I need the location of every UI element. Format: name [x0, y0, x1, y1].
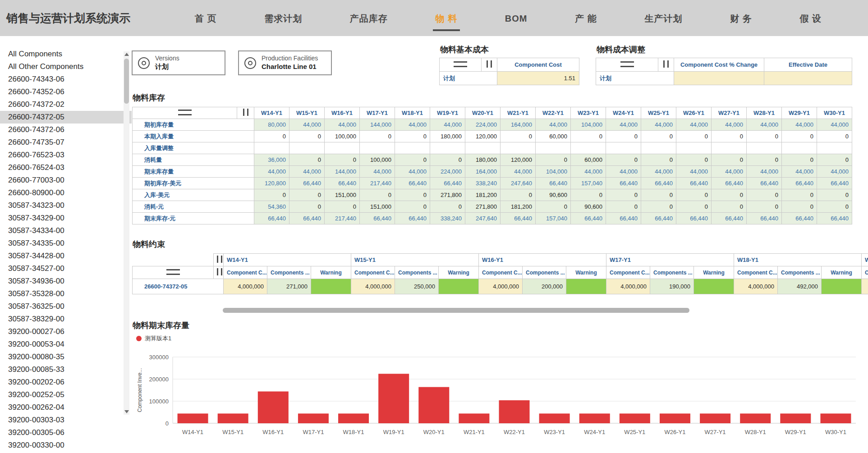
sub-column-header[interactable]: Component C... — [351, 266, 395, 279]
inventory-cell[interactable]: 0 — [536, 154, 571, 166]
sidebar-item[interactable]: 26600-76524-03 — [0, 161, 132, 174]
inventory-cell[interactable]: 44,000 — [289, 166, 325, 178]
inventory-cell[interactable]: 271,800 — [465, 201, 501, 213]
inventory-cell[interactable]: 100,000 — [325, 131, 360, 142]
inventory-cell[interactable] — [536, 142, 571, 154]
sidebar-item[interactable]: 26600-80900-00 — [0, 187, 132, 199]
inventory-cell[interactable]: 181,200 — [501, 201, 536, 213]
inventory-cell[interactable]: 0 — [395, 189, 430, 201]
inventory-cell[interactable]: 0 — [501, 189, 536, 201]
inventory-cell[interactable]: 0 — [747, 154, 782, 166]
inventory-cell[interactable]: 0 — [782, 189, 817, 201]
inventory-cell[interactable]: 0 — [289, 131, 325, 142]
inventory-cell[interactable]: 0 — [606, 131, 641, 142]
sub-column-header[interactable]: Components ... — [395, 266, 439, 279]
inventory-row-label[interactable]: 入库量调整 — [133, 142, 254, 154]
inventory-cell[interactable]: 66,440 — [606, 213, 641, 224]
inventory-cell[interactable]: 66,440 — [782, 178, 817, 189]
components-used-cell[interactable]: 200,000 — [523, 279, 566, 294]
inventory-cell[interactable]: 151,000 — [325, 189, 360, 201]
sidebar-item[interactable]: 30587-34936-00 — [0, 275, 132, 288]
week-column-header[interactable]: W19-Y1 — [430, 107, 465, 119]
week-group-header[interactable]: W16-Y1 — [479, 254, 606, 266]
sidebar-scrollbar[interactable] — [124, 51, 129, 415]
nav-tab-finance[interactable]: 财 务 — [727, 5, 755, 31]
inventory-cell[interactable]: 66,440 — [817, 178, 852, 189]
sidebar-item[interactable]: 30587-36325-00 — [0, 300, 132, 313]
components-used-cell[interactable]: 492,000 — [778, 279, 822, 294]
inventory-cell[interactable]: 0 — [676, 189, 712, 201]
nav-tab-materials[interactable]: 物 料 — [433, 5, 460, 31]
sub-column-header[interactable]: Component C... — [224, 266, 267, 279]
inventory-cell[interactable]: 44,000 — [395, 119, 430, 131]
sidebar-item[interactable]: 26600-74343-06 — [0, 73, 132, 86]
week-column-header[interactable]: W20-Y1 — [465, 107, 501, 119]
inventory-cell[interactable]: 66,440 — [676, 178, 712, 189]
inventory-cell[interactable] — [606, 142, 641, 154]
splitter-icon[interactable] — [658, 58, 674, 72]
inventory-cell[interactable]: 120,800 — [254, 178, 289, 189]
inventory-cell[interactable] — [571, 142, 606, 154]
sidebar-item[interactable]: 39200-00252-05 — [0, 389, 132, 401]
nav-tab-product-inventory[interactable]: 产品库存 — [347, 5, 390, 31]
inventory-cell[interactable]: 66,440 — [289, 178, 325, 189]
sub-column-header[interactable]: Component C... — [862, 266, 868, 279]
inventory-cell[interactable]: 66,440 — [360, 213, 395, 224]
inventory-cell[interactable]: 90,600 — [536, 189, 571, 201]
week-column-header[interactable]: W29-Y1 — [782, 107, 817, 119]
inventory-cell[interactable]: 0 — [536, 201, 571, 213]
scroll-down-icon[interactable] — [124, 410, 129, 413]
inventory-cell[interactable]: 144,000 — [360, 119, 395, 131]
inventory-cell[interactable]: 44,000 — [430, 119, 465, 131]
inventory-cell[interactable]: 0 — [430, 201, 465, 213]
inventory-cell[interactable]: 271,800 — [430, 189, 465, 201]
inventory-cell[interactable]: 66,440 — [712, 213, 747, 224]
inventory-cell[interactable]: 0 — [641, 131, 676, 142]
splitter-icon[interactable] — [214, 266, 224, 279]
splitter-icon[interactable] — [237, 107, 254, 119]
inventory-cell[interactable]: 44,000 — [676, 119, 712, 131]
inventory-cell[interactable]: 44,000 — [360, 166, 395, 178]
row-menu-icon[interactable] — [596, 58, 658, 72]
warning-cell[interactable] — [311, 279, 351, 294]
inventory-cell[interactable]: 0 — [289, 154, 325, 166]
sidebar-item[interactable]: 39200-00303-03 — [0, 414, 132, 426]
sidebar-item[interactable]: 39200-00202-06 — [0, 376, 132, 389]
inventory-cell[interactable]: 0 — [430, 154, 465, 166]
sidebar-item[interactable]: 39200-00080-35 — [0, 351, 132, 363]
inventory-cell[interactable]: 44,000 — [325, 119, 360, 131]
inventory-cell[interactable]: 66,440 — [395, 178, 430, 189]
week-column-header[interactable]: W17-Y1 — [360, 107, 395, 119]
sidebar-item[interactable]: 26600-74372-02 — [0, 98, 132, 111]
sidebar-item[interactable]: 39200-00262-04 — [0, 401, 132, 414]
inventory-cell[interactable]: 60,000 — [571, 154, 606, 166]
plan-row-label[interactable]: 计划 — [440, 72, 497, 85]
inventory-cell[interactable]: 0 — [747, 201, 782, 213]
inventory-row-label[interactable]: 本期入库量 — [133, 131, 254, 142]
inventory-cell[interactable] — [325, 142, 360, 154]
components-used-cell[interactable]: 190,000 — [650, 279, 694, 294]
inventory-cell[interactable]: 66,440 — [782, 213, 817, 224]
splitter-icon[interactable] — [214, 254, 224, 266]
nav-tab-production-plan[interactable]: 生产计划 — [642, 5, 685, 31]
week-group-header[interactable]: W18-Y1 — [734, 254, 862, 266]
week-group-header[interactable]: W14-Y1 — [224, 254, 351, 266]
inventory-cell[interactable]: 104,000 — [536, 166, 571, 178]
sub-column-header[interactable]: Components ... — [778, 266, 822, 279]
inventory-cell[interactable]: 120,000 — [465, 131, 501, 142]
component-capacity-cell[interactable]: 4,000,000 — [224, 279, 267, 294]
splitter-icon[interactable] — [482, 58, 497, 72]
inventory-cell[interactable]: 0 — [501, 131, 536, 142]
inventory-cell[interactable]: 0 — [571, 131, 606, 142]
inventory-cell[interactable]: 0 — [782, 201, 817, 213]
inventory-cell[interactable]: 66,440 — [676, 213, 712, 224]
cost-change-column-header[interactable]: Component Cost % Change — [674, 58, 764, 72]
sidebar-item[interactable]: 26600-74372-05 — [0, 111, 132, 124]
inventory-cell[interactable]: 0 — [325, 154, 360, 166]
inventory-cell[interactable]: 247,640 — [501, 178, 536, 189]
inventory-cell[interactable]: 44,000 — [782, 119, 817, 131]
week-group-header[interactable]: W15-Y1 — [351, 254, 479, 266]
plan-row-label[interactable]: 计划 — [596, 72, 674, 85]
inventory-cell[interactable]: 90,600 — [571, 201, 606, 213]
inventory-cell[interactable]: 44,000 — [782, 166, 817, 178]
